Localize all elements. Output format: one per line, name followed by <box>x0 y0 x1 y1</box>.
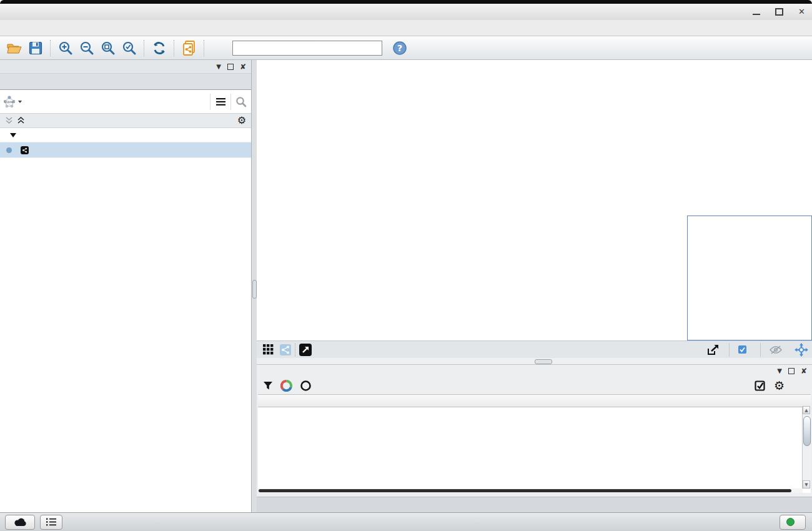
network-options-gear-icon[interactable]: ⚙ <box>237 116 246 125</box>
network-row[interactable] <box>0 142 251 158</box>
filter-funnel-icon <box>263 381 273 390</box>
list-icon <box>46 518 56 526</box>
network-status-dot <box>6 147 12 153</box>
close-panel-icon[interactable]: ✘ <box>801 367 807 375</box>
help-button[interactable]: ? <box>392 41 407 56</box>
divider <box>760 343 761 357</box>
string-query-input[interactable] <box>24 96 197 107</box>
zoom-selected-icon <box>122 41 137 56</box>
scrollbar-thumb[interactable] <box>259 489 791 492</box>
string-search-button[interactable] <box>231 92 251 111</box>
expand-all-icon[interactable] <box>17 117 25 124</box>
scroll-up-icon[interactable]: ▲ <box>803 406 810 414</box>
maximize-panel-icon[interactable] <box>227 64 234 70</box>
network-selection-bar: ⚙ <box>0 114 251 128</box>
vertical-scrollbar[interactable]: ▲ ▼ <box>802 406 811 489</box>
select-rows-button[interactable] <box>755 380 765 391</box>
menu-bar <box>0 20 812 36</box>
save-session-button[interactable] <box>25 39 46 57</box>
selected-checkbox-icon <box>738 345 746 354</box>
import-network-button[interactable] <box>179 39 200 57</box>
network-view-toolbar <box>257 340 812 358</box>
filter-button[interactable] <box>263 381 273 390</box>
network-type-icon <box>21 146 29 154</box>
memory-button[interactable] <box>780 515 806 530</box>
table-panel: ▼ ✘ <box>257 364 812 512</box>
search-icon <box>235 96 247 107</box>
minimize-button[interactable] <box>753 9 760 15</box>
open-in-new-window-button[interactable] <box>299 344 312 356</box>
chart-button[interactable] <box>280 380 292 392</box>
scroll-down-icon[interactable]: ▼ <box>803 480 810 489</box>
status-bar <box>0 512 812 531</box>
float-panel-icon[interactable]: ▼ <box>216 63 221 70</box>
open-session-button[interactable] <box>4 39 25 57</box>
title-bar[interactable]: ✕ <box>0 4 812 21</box>
enrichment-toolbar: ⚙ <box>257 377 812 394</box>
string-protein-query-selector[interactable]: STRING <box>0 94 24 109</box>
hidden-eye-icon <box>770 345 782 354</box>
cloud-icon <box>13 518 27 527</box>
ring-chart-button[interactable] <box>300 380 312 392</box>
tree-expand-icon[interactable] <box>10 132 16 138</box>
splitter-grip[interactable] <box>252 280 257 299</box>
export-network-button[interactable] <box>706 344 720 356</box>
search-input[interactable] <box>232 41 382 56</box>
zoom-in-button[interactable] <box>55 39 76 57</box>
network-collection-row[interactable] <box>0 128 251 142</box>
birdseye-toggle-button[interactable] <box>795 343 808 357</box>
table-settings-gear-icon[interactable]: ⚙ <box>774 380 785 391</box>
chevron-down-icon <box>17 100 22 104</box>
zoom-fit-icon <box>101 41 116 56</box>
divider <box>295 343 295 357</box>
task-list-button[interactable] <box>40 515 62 530</box>
share-icon <box>280 344 291 355</box>
table-body <box>258 406 803 489</box>
external-view-icon <box>299 344 312 356</box>
cloud-tasks-button[interactable] <box>5 515 35 530</box>
enrichment-table: ▲ ▼ <box>258 394 811 493</box>
maximize-panel-icon[interactable] <box>788 368 795 374</box>
import-network-icon <box>181 40 197 56</box>
open-folder-icon <box>6 41 22 55</box>
zoom-out-button[interactable] <box>76 39 97 57</box>
float-panel-icon[interactable]: ▼ <box>777 367 782 374</box>
refresh-network-button[interactable] <box>149 39 170 57</box>
memory-status-dot <box>786 518 795 526</box>
table-panel-tabs <box>257 497 812 512</box>
toolbar-separator <box>204 40 205 56</box>
svg-text:STRING: STRING <box>4 101 15 104</box>
close-panel-icon[interactable]: ✘ <box>240 62 246 71</box>
maximize-button[interactable] <box>775 8 783 16</box>
control-panel-tabs <box>0 74 251 90</box>
circle-icon <box>300 380 312 392</box>
app-window: ✕ <box>0 0 812 531</box>
toolbar-separator <box>50 40 51 56</box>
share-view-button[interactable] <box>280 344 291 355</box>
donut-chart-icon <box>280 380 292 392</box>
toolbar-separator <box>144 40 145 56</box>
splitter-grip[interactable] <box>535 359 552 364</box>
zoom-fit-button[interactable] <box>97 39 119 57</box>
close-button[interactable]: ✕ <box>798 8 806 16</box>
svg-text:?: ? <box>397 43 402 53</box>
checkbox-checked-icon <box>755 380 765 391</box>
refresh-icon <box>152 41 167 56</box>
scrollbar-thumb[interactable] <box>803 416 811 446</box>
horizontal-scrollbar[interactable] <box>258 489 803 493</box>
birdseye-view[interactable] <box>687 216 812 340</box>
collapse-all-icon[interactable] <box>5 117 13 124</box>
main-toolbar: ? <box>0 36 812 60</box>
string-search-bar: STRING <box>0 90 251 114</box>
grid-view-button[interactable] <box>263 344 274 355</box>
zoom-out-icon <box>79 41 94 56</box>
control-panel: ▼ ✘ STRING <box>0 60 252 512</box>
network-canvas[interactable] <box>257 60 812 340</box>
pan-navigation-icon <box>795 343 808 357</box>
export-icon <box>706 344 720 356</box>
zoom-selected-button[interactable] <box>119 39 140 57</box>
panel-splitter[interactable] <box>252 60 257 512</box>
save-icon <box>29 41 42 55</box>
control-panel-header: ▼ ✘ <box>0 60 251 74</box>
string-options-button[interactable] <box>210 92 230 111</box>
